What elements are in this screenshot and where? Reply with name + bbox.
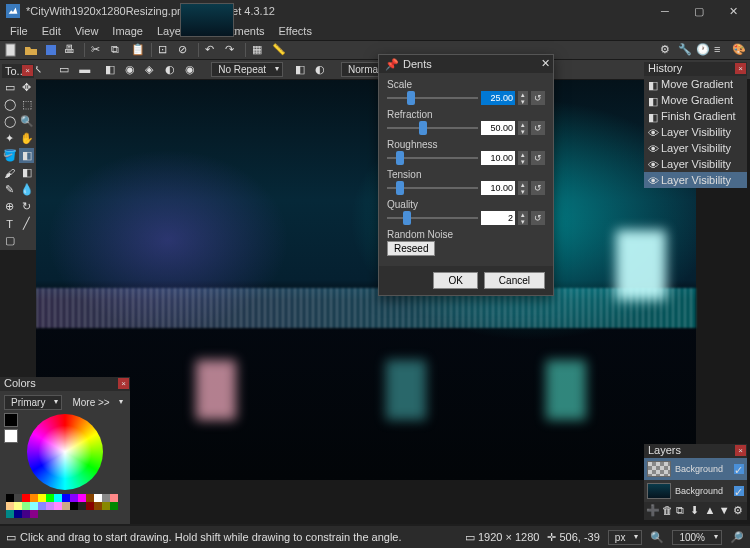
history-item[interactable]: 👁Layer Visibility — [644, 172, 747, 188]
palette-swatch[interactable] — [14, 494, 22, 502]
recolor-tool[interactable]: ↻ — [19, 199, 34, 214]
menu-effects[interactable]: Effects — [273, 23, 318, 39]
history-item[interactable]: ◧Move Gradient — [644, 92, 747, 108]
close-button[interactable]: ✕ — [716, 0, 750, 22]
reset-icon[interactable]: ↺ — [531, 181, 545, 195]
gradient-diamond-icon[interactable]: ◈ — [145, 63, 159, 77]
palette-swatch[interactable] — [54, 494, 62, 502]
toolbox-header[interactable]: To...× — [2, 64, 34, 78]
close-icon[interactable]: × — [22, 65, 33, 76]
gradient-conical-icon[interactable]: ◐ — [165, 63, 179, 77]
zoom-dropdown[interactable]: 100% — [672, 530, 722, 545]
secondary-swatch[interactable] — [4, 429, 18, 443]
slider-scale[interactable] — [387, 91, 478, 105]
palette-swatch[interactable] — [14, 502, 22, 510]
close-icon[interactable]: ✕ — [541, 57, 550, 70]
menu-file[interactable]: File — [4, 23, 34, 39]
palette-swatch[interactable] — [78, 502, 86, 510]
palette-swatch[interactable] — [102, 494, 110, 502]
primary-swatch[interactable] — [4, 413, 18, 427]
colors-header[interactable]: Colors× — [0, 377, 130, 391]
canvas-image[interactable] — [36, 80, 696, 480]
zoom-tool[interactable]: 🔍 — [19, 114, 34, 129]
duplicate-layer-icon[interactable]: ⧉ — [676, 504, 688, 518]
history-item[interactable]: 👁Layer Visibility — [644, 156, 747, 172]
spinner[interactable]: ▴▾ — [518, 211, 528, 225]
palette-swatch[interactable] — [110, 502, 118, 510]
document-thumbnail[interactable] — [180, 3, 234, 37]
more-button[interactable]: More >> — [66, 396, 125, 409]
palette-swatch[interactable] — [110, 494, 118, 502]
ok-button[interactable]: OK — [433, 272, 477, 289]
history-item[interactable]: 👁Layer Visibility — [644, 140, 747, 156]
print-icon[interactable]: 🖶 — [64, 43, 78, 57]
spinner[interactable]: ▴▾ — [518, 121, 528, 135]
move-down-icon[interactable]: ▼ — [719, 504, 731, 518]
gradient-linear-icon[interactable]: ◧ — [105, 63, 119, 77]
colors-panel-icon[interactable]: 🎨 — [732, 43, 746, 57]
save-icon[interactable] — [44, 43, 58, 57]
paste-icon[interactable]: 📋 — [131, 43, 145, 57]
clone-tool[interactable]: ⊕ — [2, 199, 17, 214]
palette-swatch[interactable] — [94, 502, 102, 510]
deselect-icon[interactable]: ⊘ — [178, 43, 192, 57]
slider-roughness[interactable] — [387, 151, 478, 165]
palette-swatch[interactable] — [78, 494, 86, 502]
history-item[interactable]: ◧Finish Gradient — [644, 108, 747, 124]
copy-icon[interactable]: ⧉ — [111, 43, 125, 57]
fill-icon[interactable]: ▬ — [79, 63, 93, 77]
color-mode-icon[interactable]: ◧ — [295, 63, 309, 77]
menu-image[interactable]: Image — [106, 23, 149, 39]
close-icon[interactable]: × — [118, 378, 129, 389]
alpha-mode-icon[interactable]: ◐ — [315, 63, 329, 77]
palette-swatch[interactable] — [86, 502, 94, 510]
palette-swatch[interactable] — [22, 502, 30, 510]
color-palette[interactable] — [4, 492, 126, 520]
picker-tool[interactable]: 💧 — [19, 182, 34, 197]
palette-swatch[interactable] — [38, 502, 46, 510]
palette-swatch[interactable] — [38, 494, 46, 502]
fill-tool[interactable]: 🪣 — [2, 148, 17, 163]
shapes-tool[interactable]: ▢ — [2, 233, 17, 248]
properties-icon[interactable]: ⚙ — [733, 504, 745, 518]
move-selection-tool[interactable]: ⬚ — [19, 97, 34, 112]
reset-icon[interactable]: ↺ — [531, 211, 545, 225]
reset-icon[interactable]: ↺ — [531, 91, 545, 105]
settings-icon[interactable]: ⚙ — [660, 43, 674, 57]
palette-swatch[interactable] — [46, 494, 54, 502]
value-input[interactable]: 25.00 — [481, 91, 515, 105]
zoom-in-icon[interactable]: 🔎 — [730, 531, 744, 544]
lasso-tool[interactable]: ◯ — [2, 97, 17, 112]
visibility-checkbox[interactable]: ✓ — [734, 486, 744, 496]
layer-item[interactable]: Background ✓ — [644, 480, 747, 502]
close-icon[interactable]: × — [735, 445, 746, 456]
palette-swatch[interactable] — [70, 502, 78, 510]
value-input[interactable]: 10.00 — [481, 181, 515, 195]
palette-swatch[interactable] — [30, 494, 38, 502]
brush-tool[interactable]: 🖌 — [2, 165, 17, 180]
palette-swatch[interactable] — [30, 502, 38, 510]
maximize-button[interactable]: ▢ — [682, 0, 716, 22]
dialog-titlebar[interactable]: 📌 Dents ✕ — [379, 55, 553, 73]
history-item[interactable]: ◧Move Gradient — [644, 76, 747, 92]
merge-layer-icon[interactable]: ⬇ — [690, 504, 702, 518]
palette-swatch[interactable] — [86, 494, 94, 502]
value-input[interactable]: 10.00 — [481, 151, 515, 165]
spinner[interactable]: ▴▾ — [518, 181, 528, 195]
repeat-dropdown[interactable]: No Repeat — [211, 62, 283, 77]
unit-dropdown[interactable]: px — [608, 530, 643, 545]
ellipse-select-tool[interactable]: ◯ — [2, 114, 17, 129]
value-input[interactable]: 2 — [481, 211, 515, 225]
move-up-icon[interactable]: ▲ — [704, 504, 716, 518]
reset-icon[interactable]: ↺ — [531, 151, 545, 165]
value-input[interactable]: 50.00 — [481, 121, 515, 135]
open-icon[interactable] — [24, 43, 38, 57]
pin-icon[interactable]: 📌 — [385, 58, 399, 71]
close-icon[interactable]: × — [735, 63, 746, 74]
visibility-checkbox[interactable]: ✓ — [734, 464, 744, 474]
minimize-button[interactable]: ─ — [648, 0, 682, 22]
text-tool[interactable]: T — [2, 216, 17, 231]
move-tool[interactable]: ✥ — [19, 80, 34, 95]
crop-icon[interactable]: ⊡ — [158, 43, 172, 57]
pan-tool[interactable]: ✋ — [19, 131, 34, 146]
